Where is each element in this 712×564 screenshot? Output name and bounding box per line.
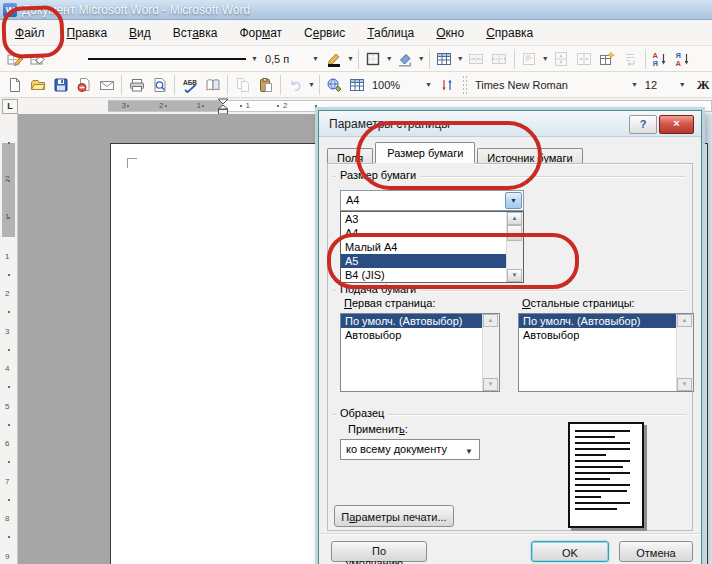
ruler-mark <box>277 105 279 107</box>
eraser-button[interactable] <box>26 48 49 70</box>
scrollbar-thumb[interactable] <box>507 225 522 241</box>
list-option[interactable]: A5 <box>341 254 507 268</box>
dialog-help-button[interactable]: ? <box>629 115 657 134</box>
other-pages-listbox[interactable]: По умолч. (Автовыбор)Автовыбор ▲ ▼ <box>518 313 694 392</box>
font-size-combo-value: 12 <box>645 79 678 91</box>
scroll-up-icon[interactable]: ▲ <box>677 314 692 327</box>
open-folder-button[interactable] <box>26 74 49 96</box>
toolbar-grip[interactable] <box>462 75 469 95</box>
ruler-mark: 5 <box>5 402 9 411</box>
save-button[interactable] <box>49 74 72 96</box>
chevron-down-icon[interactable]: ▼ <box>418 55 425 62</box>
scroll-down-icon[interactable]: ▼ <box>677 378 692 391</box>
scroll-up-icon[interactable]: ▲ <box>483 314 498 327</box>
combo-dropdown-button[interactable]: ▼ <box>505 192 522 209</box>
paper-size-combo[interactable]: A4 ▼ <box>340 190 524 211</box>
cancel-button[interactable]: Отмена <box>619 541 693 562</box>
shading-color-icon <box>397 51 413 67</box>
ok-button[interactable]: OK <box>531 541 609 562</box>
sort-ascending-button[interactable]: АЯ <box>649 48 672 70</box>
insert-table-button[interactable] <box>433 48 456 70</box>
spelling-button[interactable]: АБВ <box>178 74 201 96</box>
paper-source-group-label: Подача бумаги <box>336 283 420 295</box>
paste-icon <box>258 77 274 93</box>
new-document-button[interactable] <box>3 74 26 96</box>
menu-window[interactable]: Окно <box>425 22 475 44</box>
apply-to-combo[interactable]: ко всему документу ▼ <box>340 439 480 460</box>
chevron-down-icon: ▼ <box>465 447 473 456</box>
listbox-scrollbar[interactable]: ▲ ▼ <box>676 314 693 391</box>
shading-color-button[interactable] <box>394 48 417 70</box>
set-default-button[interactable]: По умолчанию... <box>331 541 427 562</box>
chevron-down-icon[interactable]: ▼ <box>308 81 315 88</box>
research-button[interactable] <box>201 74 224 96</box>
chevron-down-icon[interactable]: ▼ <box>542 55 549 62</box>
vertical-ruler[interactable]: 21123456789 <box>0 114 18 564</box>
insert-table-button[interactable] <box>346 74 369 96</box>
listbox-scrollbar[interactable]: ▲ ▼ <box>482 314 499 391</box>
updown-arrows-button[interactable] <box>436 74 459 96</box>
tab-paper-size[interactable]: Размер бумаги <box>375 142 475 163</box>
menu-view[interactable]: Вид <box>118 22 162 44</box>
menu-tools[interactable]: Сервис <box>293 22 356 44</box>
hyperlink-icon <box>326 77 342 93</box>
dialog-footer-divider <box>319 533 701 535</box>
first-page-listbox[interactable]: По умолч. (Автовыбор)Автовыбор ▲ ▼ <box>340 313 500 392</box>
list-option[interactable]: B4 (JIS) <box>341 268 507 282</box>
menu-format[interactable]: Формат <box>228 22 293 44</box>
scroll-down-icon[interactable]: ▼ <box>507 269 522 282</box>
indent-marker[interactable] <box>217 98 229 115</box>
list-option[interactable]: Автовыбор <box>519 328 677 342</box>
new-document-icon <box>7 77 23 93</box>
tab-stop-selector[interactable]: L <box>2 99 18 114</box>
line-style-combo[interactable]: ▼ <box>81 55 262 62</box>
chevron-down-icon: ▼ <box>510 197 517 204</box>
font-size-combo[interactable]: 12▼ <box>642 79 690 91</box>
ruler-mark <box>127 105 129 107</box>
menu-insert[interactable]: Вставка <box>162 22 229 44</box>
chevron-down-icon[interactable]: ▼ <box>386 55 393 62</box>
dropdown-scrollbar[interactable]: ▲ ▼ <box>506 212 523 282</box>
toolbar-separator <box>280 75 281 95</box>
print-icon <box>129 77 145 93</box>
hyperlink-button[interactable] <box>323 74 346 96</box>
menu-help[interactable]: Справка <box>475 22 544 44</box>
line-weight-combo[interactable]: 0,5 п▼ <box>262 53 323 65</box>
menu-file[interactable]: Файл <box>4 22 56 44</box>
scroll-up-icon[interactable]: ▲ <box>507 212 522 225</box>
table-autoformat-button[interactable] <box>596 48 619 70</box>
list-option[interactable]: A4 <box>341 226 507 240</box>
permission-button[interactable] <box>72 74 95 96</box>
apply-to-combo-value: ко всему документу <box>346 443 447 455</box>
list-option[interactable]: По умолч. (Автовыбор) <box>519 314 677 328</box>
border-color-button[interactable] <box>323 48 346 70</box>
print-options-button[interactable]: Параметры печати... <box>334 505 454 527</box>
paste-button[interactable] <box>254 74 277 96</box>
align-cells-icon <box>521 51 537 67</box>
menu-table[interactable]: Таблица <box>356 22 425 44</box>
list-option[interactable]: Автовыбор <box>341 328 483 342</box>
ruler-mark: 2 <box>283 101 287 111</box>
list-option[interactable]: Малый A4 <box>341 240 507 254</box>
sort-descending-button[interactable]: ЯА <box>672 48 695 70</box>
table-autoformat-icon <box>599 51 615 67</box>
draw-table-button[interactable] <box>3 48 26 70</box>
email-button[interactable] <box>95 74 118 96</box>
list-option[interactable]: По умолч. (Автовыбор) <box>341 314 483 328</box>
scroll-down-icon[interactable]: ▼ <box>483 378 498 391</box>
zoom-combo-value: 100% <box>372 79 424 91</box>
chevron-down-icon[interactable]: ▼ <box>457 55 464 62</box>
outside-border-button[interactable] <box>362 48 385 70</box>
permission-icon <box>76 77 92 93</box>
zoom-combo[interactable]: 100%▼ <box>369 79 436 91</box>
other-pages-options: По умолч. (Автовыбор)Автовыбор <box>519 314 677 342</box>
print-preview-button[interactable] <box>148 74 171 96</box>
chevron-down-icon[interactable]: ▼ <box>347 55 354 62</box>
print-button[interactable] <box>125 74 148 96</box>
list-option[interactable]: A3 <box>341 212 507 226</box>
bold-button[interactable]: Ж <box>690 74 712 96</box>
menu-edit[interactable]: Правка <box>56 22 119 44</box>
font-name-combo[interactable]: Times New Roman▼ <box>472 79 642 91</box>
draw-table-icon <box>7 51 23 67</box>
dialog-close-button[interactable]: × <box>659 115 694 134</box>
